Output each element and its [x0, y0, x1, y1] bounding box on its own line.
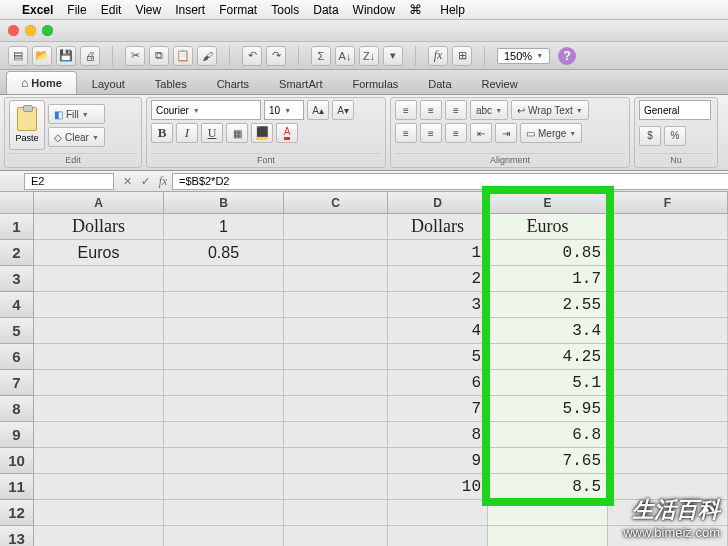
- cell-D8[interactable]: 7: [388, 396, 488, 422]
- increase-indent-button[interactable]: ⇥: [495, 123, 517, 143]
- cell-A7[interactable]: [34, 370, 164, 396]
- cell-A10[interactable]: [34, 448, 164, 474]
- autosum-icon[interactable]: Σ: [311, 46, 331, 66]
- cell-C9[interactable]: [284, 422, 388, 448]
- col-header-D[interactable]: D: [388, 192, 488, 214]
- tab-smartart[interactable]: SmartArt: [264, 73, 337, 94]
- tab-charts[interactable]: Charts: [202, 73, 264, 94]
- mac-menu-tools[interactable]: Tools: [271, 3, 299, 17]
- cell-F9[interactable]: [608, 422, 728, 448]
- col-header-A[interactable]: A: [34, 192, 164, 214]
- cell-B11[interactable]: [164, 474, 284, 500]
- cell-A11[interactable]: [34, 474, 164, 500]
- sort-desc-icon[interactable]: Z↓: [359, 46, 379, 66]
- cell-C7[interactable]: [284, 370, 388, 396]
- cell-B5[interactable]: [164, 318, 284, 344]
- tab-formulas[interactable]: Formulas: [337, 73, 413, 94]
- mac-menu-edit[interactable]: Edit: [101, 3, 122, 17]
- cell-A9[interactable]: [34, 422, 164, 448]
- save-icon[interactable]: 💾: [56, 46, 76, 66]
- filter-icon[interactable]: ▾: [383, 46, 403, 66]
- cell-D4[interactable]: 3: [388, 292, 488, 318]
- align-right-button[interactable]: ≡: [445, 123, 467, 143]
- tab-review[interactable]: Review: [467, 73, 533, 94]
- close-window-button[interactable]: [8, 25, 19, 36]
- cancel-formula-button[interactable]: ✕: [118, 173, 136, 190]
- cell-E1[interactable]: Euros: [488, 214, 608, 240]
- cell-F2[interactable]: [608, 240, 728, 266]
- zoom-window-button[interactable]: [42, 25, 53, 36]
- mac-menu-view[interactable]: View: [135, 3, 161, 17]
- clear-button[interactable]: ◇Clear▼: [48, 127, 105, 147]
- mac-menu-window[interactable]: Window: [353, 3, 396, 17]
- mac-menu-help[interactable]: Help: [440, 3, 465, 17]
- cell-F3[interactable]: [608, 266, 728, 292]
- cell-E8[interactable]: 5.95: [488, 396, 608, 422]
- percent-button[interactable]: %: [664, 126, 686, 146]
- cell-E3[interactable]: 1.7: [488, 266, 608, 292]
- grow-font-button[interactable]: A▴: [307, 100, 329, 120]
- cell-C12[interactable]: [284, 500, 388, 526]
- cell-B8[interactable]: [164, 396, 284, 422]
- cell-D5[interactable]: 4: [388, 318, 488, 344]
- paste-icon[interactable]: 📋: [173, 46, 193, 66]
- show-formulas-icon[interactable]: ⊞: [452, 46, 472, 66]
- row-header-8[interactable]: 8: [0, 396, 34, 422]
- cell-F7[interactable]: [608, 370, 728, 396]
- cell-A5[interactable]: [34, 318, 164, 344]
- cell-A4[interactable]: [34, 292, 164, 318]
- cell-E7[interactable]: 5.1: [488, 370, 608, 396]
- align-center-button[interactable]: ≡: [420, 123, 442, 143]
- font-color-button[interactable]: A: [276, 123, 298, 143]
- cell-C13[interactable]: [284, 526, 388, 546]
- cell-E13[interactable]: [488, 526, 608, 546]
- cell-B7[interactable]: [164, 370, 284, 396]
- redo-icon[interactable]: ↷: [266, 46, 286, 66]
- fill-button[interactable]: ◧Fill▼: [48, 104, 105, 124]
- cell-F10[interactable]: [608, 448, 728, 474]
- new-doc-icon[interactable]: ▤: [8, 46, 28, 66]
- mac-menu-data[interactable]: Data: [313, 3, 338, 17]
- cell-E6[interactable]: 4.25: [488, 344, 608, 370]
- cell-E10[interactable]: 7.65: [488, 448, 608, 474]
- cell-F6[interactable]: [608, 344, 728, 370]
- open-icon[interactable]: 📂: [32, 46, 52, 66]
- row-header-6[interactable]: 6: [0, 344, 34, 370]
- cell-A3[interactable]: [34, 266, 164, 292]
- tab-data[interactable]: Data: [413, 73, 466, 94]
- paste-button[interactable]: Paste: [9, 100, 45, 150]
- cell-C8[interactable]: [284, 396, 388, 422]
- row-header-2[interactable]: 2: [0, 240, 34, 266]
- tab-home[interactable]: ⌂Home: [6, 71, 77, 94]
- row-header-13[interactable]: 13: [0, 526, 34, 546]
- fx-icon[interactable]: fx: [428, 46, 448, 66]
- font-name-combo[interactable]: Courier▼: [151, 100, 261, 120]
- minimize-window-button[interactable]: [25, 25, 36, 36]
- align-bottom-button[interactable]: ≡: [445, 100, 467, 120]
- cell-C10[interactable]: [284, 448, 388, 474]
- cell-D3[interactable]: 2: [388, 266, 488, 292]
- cell-C3[interactable]: [284, 266, 388, 292]
- cell-E11[interactable]: 8.5: [488, 474, 608, 500]
- wrap-text-button[interactable]: ↩Wrap Text▼: [511, 100, 589, 120]
- cell-A13[interactable]: [34, 526, 164, 546]
- cell-E2[interactable]: 0.85: [488, 240, 608, 266]
- mac-menu-insert[interactable]: Insert: [175, 3, 205, 17]
- cell-B3[interactable]: [164, 266, 284, 292]
- zoom-combo[interactable]: 150% ▼: [497, 48, 550, 64]
- formula-input[interactable]: =$B$2*D2: [172, 173, 728, 190]
- row-header-9[interactable]: 9: [0, 422, 34, 448]
- mac-menu-file[interactable]: File: [67, 3, 86, 17]
- copy-icon[interactable]: ⧉: [149, 46, 169, 66]
- col-header-E[interactable]: E: [488, 192, 608, 214]
- cell-D6[interactable]: 5: [388, 344, 488, 370]
- row-header-7[interactable]: 7: [0, 370, 34, 396]
- row-header-10[interactable]: 10: [0, 448, 34, 474]
- help-icon[interactable]: ?: [558, 47, 576, 65]
- cell-A1[interactable]: Dollars: [34, 214, 164, 240]
- cell-A12[interactable]: [34, 500, 164, 526]
- italic-button[interactable]: I: [176, 123, 198, 143]
- cell-B13[interactable]: [164, 526, 284, 546]
- align-middle-button[interactable]: ≡: [420, 100, 442, 120]
- cell-E12[interactable]: [488, 500, 608, 526]
